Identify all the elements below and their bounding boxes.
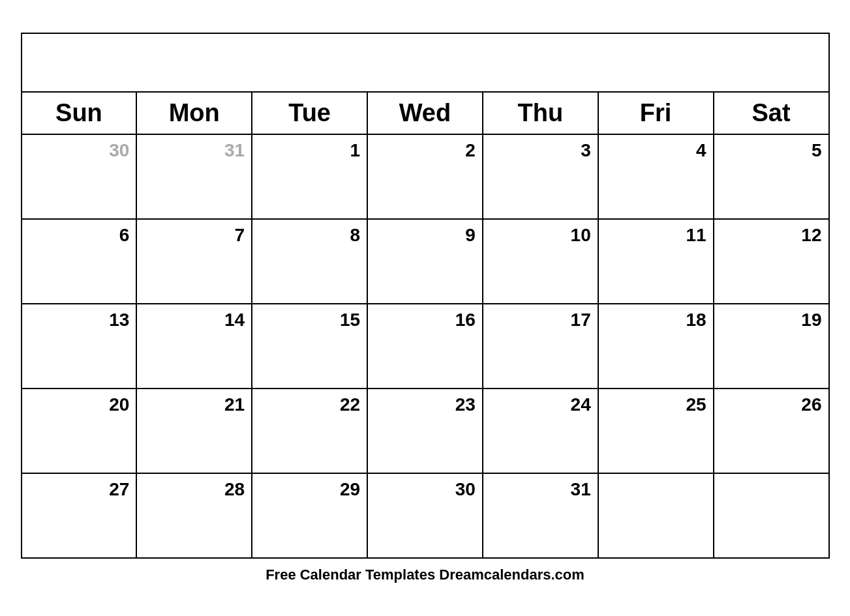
title-row [22,33,829,92]
day-cell[interactable]: 19 [714,304,829,389]
day-cell[interactable]: 9 [367,219,483,304]
day-cell[interactable]: 22 [252,389,367,473]
week-row-5: 2728293031 [22,473,829,558]
day-cell[interactable]: 29 [252,473,367,558]
day-cell[interactable]: 24 [483,389,598,473]
day-cell[interactable]: 20 [22,389,137,473]
day-cell[interactable]: 12 [714,219,829,304]
calendar-title [22,33,829,92]
day-cell[interactable]: 21 [136,389,252,473]
day-cell[interactable]: 18 [598,304,714,389]
header-fri: Fri [598,92,714,134]
day-cell[interactable]: 23 [367,389,483,473]
day-cell[interactable] [714,473,829,558]
day-cell[interactable]: 31 [136,134,252,219]
day-cell[interactable]: 15 [252,304,367,389]
week-row-2: 6789101112 [22,219,829,304]
day-cell[interactable] [598,473,714,558]
footer: Free Calendar Templates Dreamcalendars.c… [21,566,830,583]
day-cell[interactable]: 27 [22,473,137,558]
header-mon: Mon [136,92,252,134]
day-cell[interactable]: 26 [714,389,829,473]
week-row-3: 13141516171819 [22,304,829,389]
header-wed: Wed [367,92,483,134]
footer-text: Free Calendar Templates Dreamcalendars.c… [266,566,584,583]
day-cell[interactable]: 6 [22,219,137,304]
header-sat: Sat [714,92,829,134]
day-cell[interactable]: 8 [252,219,367,304]
day-cell[interactable]: 4 [598,134,714,219]
calendar-wrapper: Sun Mon Tue Wed Thu Fri Sat 303112345678… [21,33,830,583]
day-cell[interactable]: 5 [714,134,829,219]
header-sun: Sun [22,92,137,134]
header-thu: Thu [483,92,598,134]
day-cell[interactable]: 1 [252,134,367,219]
day-cell[interactable]: 2 [367,134,483,219]
day-cell[interactable]: 13 [22,304,137,389]
day-cell[interactable]: 11 [598,219,714,304]
day-cell[interactable]: 31 [483,473,598,558]
day-cell[interactable]: 10 [483,219,598,304]
day-cell[interactable]: 14 [136,304,252,389]
week-row-1: 303112345 [22,134,829,219]
week-row-4: 20212223242526 [22,389,829,473]
day-cell[interactable]: 17 [483,304,598,389]
calendar-table: Sun Mon Tue Wed Thu Fri Sat 303112345678… [21,33,830,559]
header-row: Sun Mon Tue Wed Thu Fri Sat [22,92,829,134]
day-cell[interactable]: 25 [598,389,714,473]
day-cell[interactable]: 30 [367,473,483,558]
header-tue: Tue [252,92,367,134]
day-cell[interactable]: 30 [22,134,137,219]
day-cell[interactable]: 7 [136,219,252,304]
day-cell[interactable]: 3 [483,134,598,219]
day-cell[interactable]: 28 [136,473,252,558]
day-cell[interactable]: 16 [367,304,483,389]
